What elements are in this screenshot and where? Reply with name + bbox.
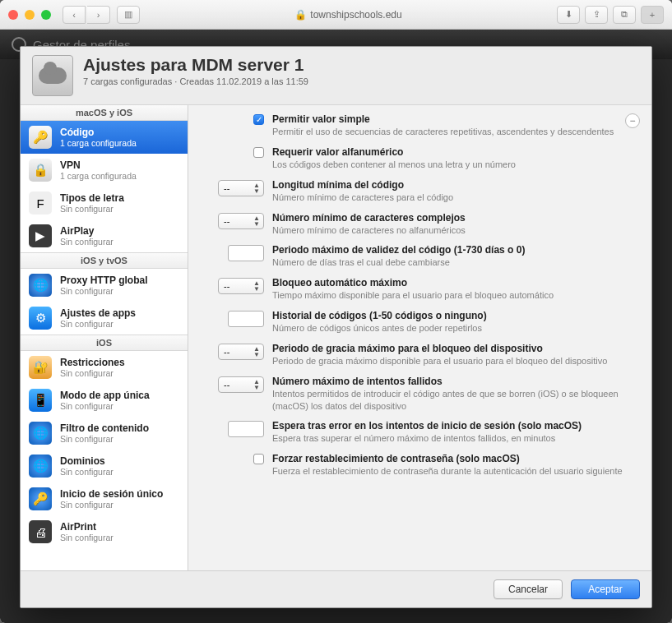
window-zoom-button[interactable] — [41, 10, 51, 20]
sidebar-item[interactable]: ▶ AirPlay Sin configurar — [21, 219, 188, 252]
sidebar-item[interactable]: ⚙ Ajustes de apps Sin configurar — [21, 302, 188, 335]
payload-icon: 🖨 — [29, 520, 52, 543]
setting-row: --▲▼ Número máximo de intentos fallidos … — [197, 376, 637, 413]
payload-name: VPN — [60, 159, 137, 171]
text-field[interactable] — [228, 421, 264, 437]
sidebar-item[interactable]: F Tipos de letra Sin configurar — [21, 187, 188, 219]
collapse-button[interactable]: − — [625, 113, 640, 128]
checkbox[interactable]: ✓ — [253, 114, 264, 125]
window-close-button[interactable] — [8, 10, 18, 20]
sidebar-item[interactable]: 📱 Modo de app única Sin configurar — [21, 384, 188, 417]
ok-button[interactable]: Aceptar — [571, 579, 640, 599]
payload-icon: 🌐 — [29, 422, 52, 445]
setting-row: Espera tras error en los intentos de ini… — [197, 420, 637, 445]
setting-description: Número mínimo de caracteres para el códi… — [272, 192, 637, 204]
payload-status: Sin configurar — [60, 401, 150, 412]
payload-status: Sin configurar — [60, 434, 149, 445]
setting-label: Permitir valor simple — [272, 113, 637, 125]
payload-status: 1 carga configurada — [60, 138, 137, 149]
window-minimize-button[interactable] — [25, 10, 35, 20]
text-field[interactable] — [228, 311, 264, 327]
checkbox[interactable] — [253, 147, 264, 158]
payload-icon: 🔑 — [29, 126, 52, 149]
address-bar[interactable]: 🔒 townshipschools.edu — [212, 9, 484, 21]
setting-row: Historial de códigos (1-50 códigos o nin… — [197, 310, 637, 335]
setting-description: Fuerza el restablecimiento de contraseña… — [272, 465, 637, 478]
setting-row: --▲▼ Longitud mínima del código Número m… — [197, 179, 637, 204]
safari-window: ‹ › ▥ 🔒 townshipschools.edu ⬇ ⇪ ⧉ + Gest… — [0, 0, 672, 623]
forward-button[interactable]: › — [87, 6, 110, 24]
sheet-header: Ajustes para MDM server 1 7 cargas confi… — [21, 47, 651, 105]
payload-icon: ⚙ — [29, 307, 52, 330]
text-field[interactable] — [228, 245, 264, 261]
payload-status: Sin configurar — [60, 204, 124, 215]
back-button[interactable]: ‹ — [63, 6, 86, 24]
sidebar-item[interactable]: 🖨 AirPrint Sin configurar — [21, 515, 188, 548]
url-text: townshipschools.edu — [310, 9, 401, 21]
select[interactable]: --▲▼ — [218, 376, 264, 393]
setting-label: Longitud mínima del código — [272, 179, 637, 191]
setting-description: Permitir el uso de secuencias de caracte… — [272, 126, 637, 138]
payload-icon: 🌐 — [29, 455, 52, 478]
setting-row: Requerir valor alfanumérico Los códigos … — [197, 146, 637, 171]
payload-status: Sin configurar — [60, 319, 136, 330]
tabs-button[interactable]: ⧉ — [613, 6, 636, 24]
sidebar-toggle-button[interactable]: ▥ — [117, 6, 140, 24]
payload-status: Sin configurar — [60, 500, 163, 510]
titlebar: ‹ › ▥ 🔒 townshipschools.edu ⬇ ⇪ ⧉ + — [0, 0, 672, 30]
sidebar-section-header: iOS y tvOS — [21, 252, 188, 269]
cancel-button[interactable]: Cancelar — [494, 579, 563, 599]
setting-label: Número mínimo de caracteres complejos — [272, 212, 637, 224]
lock-icon: 🔒 — [294, 9, 307, 21]
select[interactable]: --▲▼ — [218, 213, 264, 229]
setting-label: Requerir valor alfanumérico — [272, 146, 637, 158]
payload-status: Sin configurar — [60, 467, 114, 478]
setting-label: Historial de códigos (1-50 códigos o nin… — [272, 310, 637, 321]
new-tab-button[interactable]: + — [641, 6, 664, 24]
checkbox[interactable] — [253, 454, 264, 464]
select[interactable]: --▲▼ — [218, 344, 264, 360]
downloads-button[interactable]: ⬇ — [557, 6, 580, 24]
sidebar-item[interactable]: 🔑 Inicio de sesión único Sin configurar — [21, 482, 188, 515]
sidebar-item[interactable]: 🌐 Filtro de contenido Sin configurar — [21, 417, 188, 450]
payload-name: Inicio de sesión único — [60, 488, 163, 500]
payload-icon: 📱 — [29, 389, 52, 412]
sheet-footer: Cancelar Aceptar — [21, 570, 651, 607]
setting-description: Espera tras superar el número máximo de … — [272, 432, 637, 445]
payload-status: Sin configurar — [60, 368, 125, 379]
share-button[interactable]: ⇪ — [585, 6, 608, 24]
setting-row: --▲▼ Bloqueo automático máximo Tiempo má… — [197, 277, 637, 302]
payload-name: Proxy HTTP global — [60, 275, 147, 286]
setting-row: ✓ Permitir valor simple Permitir el uso … — [197, 113, 637, 138]
setting-label: Bloqueo automático máximo — [272, 277, 637, 288]
payload-name: AirPlay — [60, 225, 114, 237]
sidebar-item[interactable]: 🌐 Proxy HTTP global Sin configurar — [21, 269, 188, 302]
sidebar-section-header: iOS — [21, 335, 188, 351]
payload-status: Sin configurar — [60, 237, 114, 247]
setting-description: Número de días tras el cual debe cambiar… — [272, 256, 637, 269]
sidebar-item[interactable]: 🔑 Código 1 carga configurada — [21, 121, 188, 154]
select[interactable]: --▲▼ — [218, 278, 264, 294]
setting-description: Intentos permitidos de introducir el cód… — [272, 388, 637, 413]
sidebar-item[interactable]: 🌐 Dominios Sin configurar — [21, 450, 188, 482]
setting-label: Forzar restablecimiento de contraseña (s… — [272, 453, 637, 464]
payload-status: 1 carga configurada — [60, 171, 137, 182]
payload-name: AirPrint — [60, 521, 114, 533]
traffic-lights — [8, 10, 51, 20]
payload-sidebar[interactable]: macOS y iOS🔑 Código 1 carga configurada🔒… — [21, 105, 188, 570]
sheet-subtitle: 7 cargas configuradas · Creadas 11.02.20… — [83, 76, 308, 86]
setting-label: Periodo máximo de validez del código (1-… — [272, 244, 637, 256]
setting-label: Periodo de gracia máximo para el bloqueo… — [272, 343, 637, 354]
sidebar-item[interactable]: 🔒 VPN 1 carga configurada — [21, 154, 188, 187]
sheet-title: Ajustes para MDM server 1 — [83, 55, 308, 75]
select[interactable]: --▲▼ — [218, 180, 264, 196]
payload-icon: 🔒 — [29, 159, 52, 182]
payload-icon: 🔐 — [29, 356, 52, 379]
setting-description: Periodo de gracia máximo disponible para… — [272, 355, 637, 367]
sidebar-section-header: macOS y iOS — [21, 105, 188, 121]
payload-icon: 🌐 — [29, 274, 52, 297]
sidebar-item[interactable]: 🔐 Restricciones Sin configurar — [21, 351, 188, 384]
payload-name: Código — [60, 127, 137, 138]
profile-icon — [32, 55, 73, 96]
setting-row: --▲▼ Periodo de gracia máximo para el bl… — [197, 343, 637, 367]
